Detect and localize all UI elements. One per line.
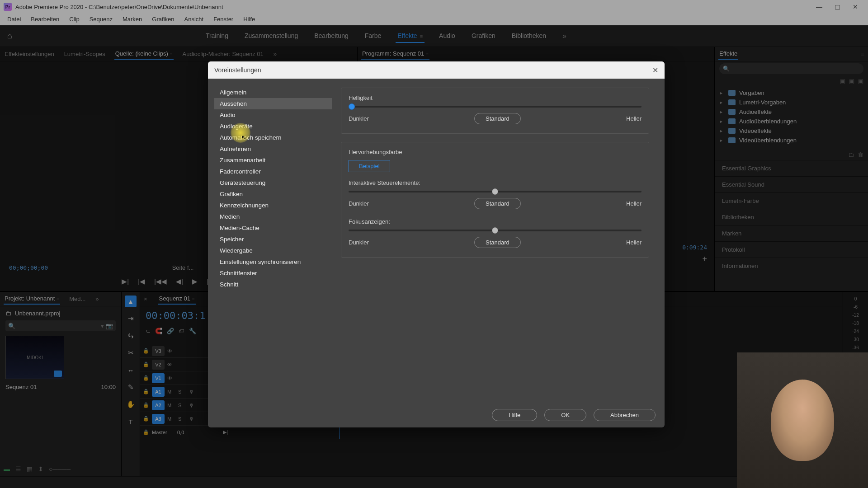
- dialog-close-button[interactable]: ✕: [652, 66, 658, 75]
- beispiel-button[interactable]: Beispiel: [349, 160, 390, 172]
- dialog-titlebar: Voreinstellungen ✕: [208, 61, 665, 79]
- brightness-lighter-label: Heller: [626, 115, 642, 122]
- pref-cat-kennzeichnungen[interactable]: Kennzeichnungen: [214, 200, 332, 211]
- highlight-color-label: Hervorhebungsfarbe: [349, 149, 642, 155]
- pref-cat-medien[interactable]: Medien: [214, 211, 332, 222]
- pref-cat-audio[interactable]: Audio: [214, 109, 332, 121]
- focus-lighter-label: Heller: [626, 239, 642, 246]
- cursor-icon: ↖: [241, 134, 247, 141]
- pref-cat-grafiken[interactable]: Grafiken: [214, 188, 332, 200]
- pref-cat-audiogeraete[interactable]: Audiogeräte: [214, 121, 332, 132]
- pref-cat-sync[interactable]: Einstellungen synchronisieren: [214, 256, 332, 267]
- focus-darker-label: Dunkler: [349, 239, 369, 246]
- focus-indicators-label: Fokusanzeigen:: [349, 218, 642, 225]
- pref-cat-wiedergabe[interactable]: Wiedergabe: [214, 245, 332, 256]
- pref-cat-geraete[interactable]: Gerätesteuerung: [214, 177, 332, 188]
- pref-cat-schnittfenster[interactable]: Schnittfenster: [214, 267, 332, 279]
- preferences-content: Helligkeit Dunkler Standard Heller Hervo…: [332, 85, 658, 396]
- dialog-title: Voreinstellungen: [214, 66, 261, 74]
- pref-cat-aufnehmen[interactable]: Aufnehmen: [214, 143, 332, 155]
- webcam-overlay: [737, 352, 868, 488]
- ok-button[interactable]: OK: [544, 409, 586, 421]
- pref-cat-allgemein[interactable]: Allgemein: [214, 87, 332, 98]
- pref-cat-aussehen[interactable]: Aussehen: [214, 98, 332, 109]
- interactive-lighter-label: Heller: [626, 200, 642, 207]
- preferences-dialog: Voreinstellungen ✕ Allgemein Aussehen Au…: [208, 61, 665, 427]
- pref-cat-mediencache[interactable]: Medien-Cache: [214, 222, 332, 234]
- brightness-darker-label: Dunkler: [349, 115, 369, 122]
- pref-cat-speicher[interactable]: Speicher: [214, 234, 332, 245]
- pref-cat-autosave[interactable]: Automatisch speichern: [214, 132, 332, 143]
- help-button[interactable]: Hilfe: [492, 409, 537, 421]
- interactive-controls-label: Interaktive Steuerelemente:: [349, 179, 642, 186]
- interactive-slider[interactable]: [349, 191, 642, 192]
- brightness-standard-button[interactable]: Standard: [474, 113, 521, 124]
- focus-slider[interactable]: [349, 230, 642, 231]
- brightness-slider[interactable]: [349, 106, 642, 108]
- focus-standard-button[interactable]: Standard: [474, 237, 521, 248]
- pref-cat-fader[interactable]: Fadercontroller: [214, 166, 332, 177]
- preferences-sidebar: Allgemein Aussehen Audio Audiogeräte Aut…: [214, 85, 332, 396]
- brightness-label: Helligkeit: [349, 94, 642, 101]
- interactive-darker-label: Dunkler: [349, 200, 369, 207]
- interactive-standard-button[interactable]: Standard: [474, 198, 521, 209]
- cancel-button[interactable]: Abbrechen: [594, 409, 656, 421]
- pref-cat-zusammenarbeit[interactable]: Zusammenarbeit: [214, 155, 332, 166]
- pref-cat-schnitt[interactable]: Schnitt: [214, 279, 332, 290]
